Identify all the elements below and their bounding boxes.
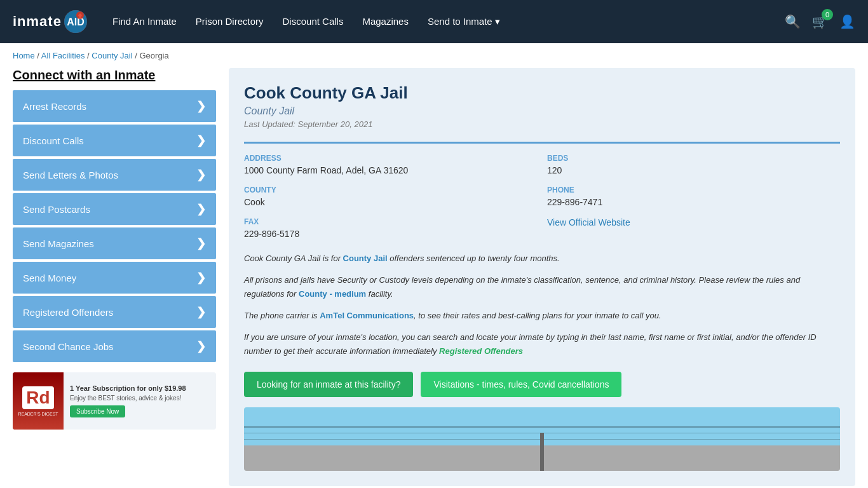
- phone-label: PHONE: [547, 186, 840, 194]
- nav-prison-directory[interactable]: Prison Directory: [196, 16, 264, 27]
- chevron-right-icon: ❯: [196, 305, 206, 319]
- sidebar: Connect with an Inmate Arrest Records ❯ …: [13, 68, 216, 486]
- nav-magazines[interactable]: Magazines: [362, 16, 409, 27]
- sidebar-item-second-chance-jobs[interactable]: Second Chance Jobs ❯: [13, 330, 216, 362]
- county-value: Cook: [244, 197, 537, 207]
- website-block: View Official Website: [547, 217, 840, 239]
- chevron-right-icon: ❯: [196, 99, 206, 113]
- wire-decoration-1: [244, 426, 840, 428]
- fax-block: FAX 229-896-5178: [244, 217, 537, 239]
- beds-value: 120: [547, 165, 840, 175]
- nav-right: 🔍 🛒 0 👤: [785, 14, 855, 29]
- action-buttons: Looking for an inmate at this facility? …: [244, 372, 840, 397]
- nav-discount-calls[interactable]: Discount Calls: [283, 16, 344, 27]
- address-label: ADDRESS: [244, 154, 537, 163]
- sidebar-label-registered-offenders: Registered Offenders: [23, 307, 113, 318]
- chevron-right-icon: ❯: [196, 168, 206, 182]
- ad-readers-digest-label: READER'S DIGEST: [18, 412, 58, 416]
- desc-paragraph-2: All prisons and jails have Security or C…: [244, 273, 840, 301]
- main-layout: Connect with an Inmate Arrest Records ❯ …: [0, 68, 868, 488]
- county-jail-link[interactable]: County Jail: [343, 254, 388, 263]
- ad-right-panel: 1 Year Subscription for only $19.98 Enjo…: [64, 372, 216, 430]
- cart-button[interactable]: 🛒 0: [812, 14, 828, 29]
- chevron-right-icon: ❯: [196, 271, 206, 285]
- registered-offenders-link[interactable]: Registered Offenders: [439, 346, 523, 356]
- facility-last-updated: Last Updated: September 20, 2021: [244, 119, 840, 129]
- sidebar-label-send-letters: Send Letters & Photos: [23, 170, 118, 180]
- visitations-button[interactable]: Visitations - times, rules, Covid cancel…: [421, 372, 621, 397]
- sidebar-label-arrest-records: Arrest Records: [23, 101, 86, 112]
- breadcrumb-georgia: Georgia: [139, 51, 168, 60]
- sidebar-item-send-postcards[interactable]: Send Postcards ❯: [13, 193, 216, 225]
- logo-text: inmate: [13, 13, 62, 30]
- ad-subscribe-button[interactable]: Subscribe Now: [70, 405, 125, 417]
- phone-value: 229-896-7471: [547, 197, 840, 207]
- desc-paragraph-1: Cook County GA Jail is for County Jail o…: [244, 252, 840, 266]
- ad-rd-logo: Rd: [22, 386, 53, 409]
- sidebar-menu: Arrest Records ❯ Discount Calls ❯ Send L…: [13, 90, 216, 362]
- sidebar-label-second-chance-jobs: Second Chance Jobs: [23, 341, 114, 352]
- logo-icon: AID: [64, 10, 87, 33]
- desc-paragraph-3: The phone carrier is AmTel Communication…: [244, 309, 840, 323]
- beds-block: BEDS 120: [547, 154, 840, 175]
- nav-links: Find An Inmate Prison Directory Discount…: [112, 16, 785, 27]
- pole-decoration: [540, 433, 544, 471]
- address-value: 1000 County Farm Road, Adel, GA 31620: [244, 165, 537, 175]
- nav-find-inmate[interactable]: Find An Inmate: [112, 16, 177, 27]
- sidebar-title: Connect with an Inmate: [13, 68, 216, 83]
- ad-left-panel: Rd READER'S DIGEST: [13, 372, 64, 430]
- chevron-right-icon: ❯: [196, 202, 206, 216]
- county-medium-link[interactable]: County - medium: [299, 289, 366, 299]
- sidebar-label-send-money: Send Money: [23, 273, 76, 283]
- chevron-right-icon: ❯: [196, 236, 206, 250]
- sidebar-item-registered-offenders[interactable]: Registered Offenders ❯: [13, 296, 216, 328]
- breadcrumb: Home / All Facilities / County Jail / Ge…: [0, 43, 868, 68]
- amtel-link[interactable]: AmTel Communications: [320, 311, 414, 320]
- search-button[interactable]: 🔍: [785, 14, 801, 29]
- navigation: inmate AID Find An Inmate Prison Directo…: [0, 0, 868, 43]
- sidebar-item-send-letters[interactable]: Send Letters & Photos ❯: [13, 159, 216, 191]
- facility-info-grid: ADDRESS 1000 County Farm Road, Adel, GA …: [244, 142, 840, 239]
- sidebar-item-send-money[interactable]: Send Money ❯: [13, 262, 216, 294]
- nav-send-to-inmate[interactable]: Send to Inmate ▾: [428, 16, 500, 27]
- ad-main-text: 1 Year Subscription for only $19.98: [70, 384, 210, 392]
- chevron-right-icon: ❯: [196, 339, 206, 353]
- breadcrumb-county-jail[interactable]: County Jail: [92, 51, 132, 60]
- phone-block: PHONE 229-896-7471: [547, 186, 840, 207]
- breadcrumb-all-facilities[interactable]: All Facilities: [41, 51, 85, 60]
- user-account-button[interactable]: 👤: [839, 14, 855, 29]
- chevron-right-icon: ❯: [196, 133, 206, 147]
- facility-description: Cook County GA Jail is for County Jail o…: [244, 252, 840, 359]
- sidebar-label-send-magazines: Send Magazines: [23, 238, 94, 249]
- logo[interactable]: inmate AID: [13, 10, 87, 33]
- facility-content: Cook County GA Jail County Jail Last Upd…: [229, 68, 855, 486]
- fax-label: FAX: [244, 217, 537, 226]
- sidebar-label-discount-calls: Discount Calls: [23, 135, 84, 146]
- facility-photo: [244, 407, 840, 471]
- cart-count: 0: [822, 9, 833, 20]
- county-block: COUNTY Cook: [244, 186, 537, 207]
- find-inmate-button[interactable]: Looking for an inmate at this facility?: [244, 372, 413, 397]
- official-website-link[interactable]: View Official Website: [547, 217, 630, 227]
- ad-sub-text: Enjoy the BEST stories, advice & jokes!: [70, 395, 210, 402]
- fax-value: 229-896-5178: [244, 229, 537, 239]
- facility-type: County Jail: [244, 105, 840, 117]
- address-block: ADDRESS 1000 County Farm Road, Adel, GA …: [244, 154, 537, 175]
- sidebar-label-send-postcards: Send Postcards: [23, 204, 90, 215]
- advertisement[interactable]: Rd READER'S DIGEST 1 Year Subscription f…: [13, 372, 216, 430]
- sidebar-item-discount-calls[interactable]: Discount Calls ❯: [13, 125, 216, 156]
- desc-paragraph-4: If you are unsure of your inmate's locat…: [244, 330, 840, 358]
- breadcrumb-home[interactable]: Home: [13, 51, 35, 60]
- county-label: COUNTY: [244, 186, 537, 194]
- sidebar-item-send-magazines[interactable]: Send Magazines ❯: [13, 227, 216, 259]
- facility-title: Cook County GA Jail: [244, 83, 840, 103]
- sidebar-item-arrest-records[interactable]: Arrest Records ❯: [13, 90, 216, 122]
- beds-label: BEDS: [547, 154, 840, 163]
